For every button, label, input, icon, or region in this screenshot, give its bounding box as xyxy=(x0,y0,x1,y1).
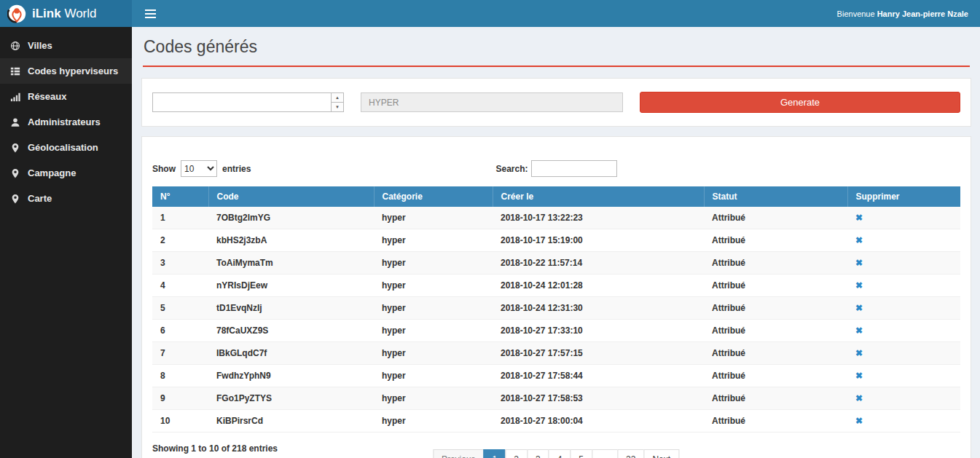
sidebar: iLink World Villes Codes hyperviseurs Ré… xyxy=(0,0,132,458)
category-cell: hyper xyxy=(374,410,493,433)
pagination-page-3[interactable]: 3 xyxy=(527,449,549,458)
delete-icon[interactable]: ✖ xyxy=(855,235,863,245)
content: Codes générés ▲ ▼ Generate Show xyxy=(132,27,980,458)
table-row: 17OBtg2lmYGhyper2018-10-17 13:22:23Attri… xyxy=(152,207,960,229)
table-row: 8FwdhzYphN9hyper2018-10-27 17:58:44Attri… xyxy=(152,365,960,387)
title-divider xyxy=(143,66,970,67)
column-header-code[interactable]: Code xyxy=(208,186,374,207)
sidebar-item-codes-hyperviseurs[interactable]: Codes hyperviseurs xyxy=(0,58,132,84)
status-cell: Attribué xyxy=(704,252,847,275)
code-cell: 78fCaUXZ9S xyxy=(208,320,374,342)
table-row: 7IBkGLqdC7fhyper2018-10-27 17:57:15Attri… xyxy=(152,342,960,365)
quantity-stepper: ▲ ▼ xyxy=(152,92,344,112)
delete-cell: ✖ xyxy=(847,342,960,365)
category-cell: hyper xyxy=(374,342,493,365)
search-label: Search: xyxy=(495,164,528,174)
delete-icon[interactable]: ✖ xyxy=(855,371,863,381)
menu-toggle-button[interactable] xyxy=(144,7,157,21)
map-marker-icon xyxy=(10,194,20,204)
sidebar-item-geolocalisation[interactable]: Géolocalisation xyxy=(0,135,132,160)
welcome-text: Bienvenue Hanry Jean-pierre Nzale xyxy=(837,9,968,18)
stepper-buttons: ▲ ▼ xyxy=(331,93,343,111)
quantity-input[interactable] xyxy=(153,93,331,111)
row-number-cell: 1 xyxy=(152,207,208,229)
table-row: 5tD1EvqNzIjhyper2018-10-24 12:31:30Attri… xyxy=(152,297,960,320)
brand: iLink World xyxy=(0,0,132,27)
list-icon xyxy=(10,66,20,76)
delete-icon[interactable]: ✖ xyxy=(855,348,863,358)
map-marker-icon xyxy=(10,168,20,178)
delete-icon[interactable]: ✖ xyxy=(855,280,863,291)
status-cell: Attribué xyxy=(704,342,847,365)
search-input[interactable] xyxy=(531,160,617,177)
sidebar-item-label: Campagne xyxy=(28,167,76,178)
stepper-up-button[interactable]: ▲ xyxy=(332,93,343,103)
sidebar-item-campagne[interactable]: Campagne xyxy=(0,160,132,186)
generator-panel: ▲ ▼ Generate xyxy=(141,78,971,127)
page-size-select[interactable]: 10 xyxy=(181,160,217,177)
pagination-previous[interactable]: Previous xyxy=(433,449,485,458)
brand-title: iLink World xyxy=(32,7,96,21)
status-cell: Attribué xyxy=(704,207,847,229)
delete-icon[interactable]: ✖ xyxy=(855,393,863,403)
pagination-next[interactable]: Next xyxy=(643,449,679,458)
sidebar-item-administrateurs[interactable]: Administrateurs xyxy=(0,109,132,135)
delete-cell: ✖ xyxy=(847,275,960,297)
category-cell: hyper xyxy=(374,320,493,342)
column-header-status[interactable]: Statut xyxy=(704,186,847,207)
delete-icon[interactable]: ✖ xyxy=(855,213,863,223)
status-cell: Attribué xyxy=(704,387,847,410)
delete-icon[interactable]: ✖ xyxy=(855,325,863,336)
stepper-down-button[interactable]: ▼ xyxy=(332,103,343,111)
category-field xyxy=(361,92,623,112)
status-cell: Attribué xyxy=(704,297,847,320)
created-cell: 2018-10-24 12:01:28 xyxy=(493,275,704,297)
sidebar-item-label: Codes hyperviseurs xyxy=(28,66,118,76)
delete-cell: ✖ xyxy=(847,365,960,387)
column-header-category[interactable]: Catégorie xyxy=(374,186,493,207)
category-cell: hyper xyxy=(374,387,493,410)
pagination-page-2[interactable]: 2 xyxy=(505,449,528,458)
codes-table-header: N° Code Catégorie Créer le Statut Suppri… xyxy=(152,186,960,207)
map-marker-icon xyxy=(10,143,20,153)
sidebar-item-carte[interactable]: Carte xyxy=(0,186,132,211)
pagination-page-5[interactable]: 5 xyxy=(570,449,592,458)
welcome-prefix: Bienvenue xyxy=(837,9,877,18)
delete-cell: ✖ xyxy=(847,207,960,229)
signal-icon xyxy=(10,92,20,102)
category-cell: hyper xyxy=(374,207,493,229)
table-row: 9FGo1PyZTYShyper2018-10-27 17:58:53Attri… xyxy=(152,387,960,410)
created-cell: 2018-10-27 18:00:04 xyxy=(493,410,704,433)
delete-cell: ✖ xyxy=(847,410,960,433)
row-number-cell: 8 xyxy=(152,365,208,387)
code-cell: tD1EvqNzIj xyxy=(208,297,374,320)
table-row: 2kbHS2j3zbAhyper2018-10-17 15:19:00Attri… xyxy=(152,229,960,252)
delete-icon[interactable]: ✖ xyxy=(855,303,863,313)
created-cell: 2018-10-27 17:58:53 xyxy=(493,387,704,410)
column-header-delete[interactable]: Supprimer xyxy=(847,186,960,207)
created-cell: 2018-10-22 11:57:14 xyxy=(493,252,704,275)
category-cell: hyper xyxy=(374,275,493,297)
sidebar-item-reseaux[interactable]: Réseaux xyxy=(0,84,132,109)
pagination-page-1[interactable]: 1 xyxy=(484,449,506,458)
delete-icon[interactable]: ✖ xyxy=(855,416,863,426)
app-logo-icon xyxy=(7,4,26,23)
sidebar-item-label: Villes xyxy=(28,40,52,51)
code-cell: KiBPirsrCd xyxy=(208,410,374,433)
created-cell: 2018-10-17 15:19:00 xyxy=(493,229,704,252)
row-number-cell: 3 xyxy=(152,252,208,275)
column-header-created[interactable]: Créer le xyxy=(493,186,704,207)
category-cell: hyper xyxy=(374,252,493,275)
delete-cell: ✖ xyxy=(847,387,960,410)
sidebar-item-label: Réseaux xyxy=(28,91,66,102)
code-cell: kbHS2j3zbA xyxy=(208,229,374,252)
status-cell: Attribué xyxy=(704,275,847,297)
delete-icon[interactable]: ✖ xyxy=(855,258,863,268)
codes-table: N° Code Catégorie Créer le Statut Suppri… xyxy=(152,186,960,433)
column-header-num[interactable]: N° xyxy=(152,186,208,207)
generate-button[interactable]: Generate xyxy=(640,92,960,113)
sidebar-item-villes[interactable]: Villes xyxy=(0,33,132,58)
pagination-page-4[interactable]: 4 xyxy=(549,449,571,458)
delete-cell: ✖ xyxy=(847,320,960,342)
pagination-page-22[interactable]: 22 xyxy=(617,449,644,458)
